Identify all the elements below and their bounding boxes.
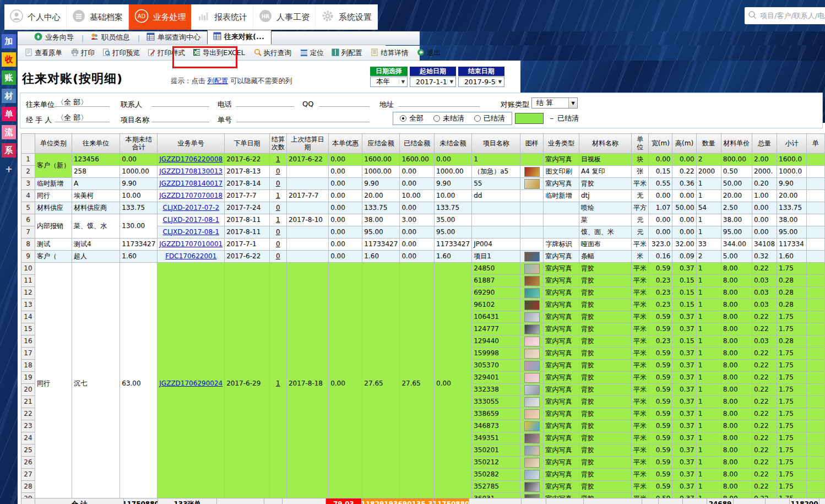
table-cell[interactable]: 室内写真 bbox=[544, 335, 579, 348]
column-header[interactable]: 结算次数 bbox=[269, 134, 286, 154]
table-cell[interactable] bbox=[520, 287, 544, 299]
table-cell[interactable]: 背胶 bbox=[579, 481, 631, 493]
table-cell[interactable]: 平米 bbox=[632, 287, 649, 299]
table-cell[interactable]: 0.03 bbox=[752, 275, 777, 287]
table-cell[interactable]: 1 bbox=[696, 348, 721, 360]
table-cell[interactable]: 33 bbox=[696, 239, 721, 251]
table-cell[interactable]: 1 bbox=[696, 372, 721, 384]
table-cell[interactable]: 平米 bbox=[632, 493, 649, 498]
table-row[interactable]: 4同行埃美柯10.00JGZZD17070700182017-7-712017-… bbox=[21, 190, 825, 202]
thumbnail-image[interactable] bbox=[524, 300, 540, 310]
table-cell[interactable]: 13 bbox=[21, 299, 35, 311]
table-cell[interactable]: 0.22 bbox=[752, 469, 777, 481]
table-cell[interactable] bbox=[806, 360, 824, 372]
table-cell[interactable]: 0.22 bbox=[752, 396, 777, 408]
table-cell[interactable]: 室内写真 bbox=[544, 251, 579, 263]
view-original-button[interactable]: 查看原单 bbox=[21, 47, 66, 59]
table-cell[interactable]: 背胶 bbox=[579, 299, 631, 311]
table-cell[interactable]: 1 bbox=[696, 457, 721, 469]
table-cell[interactable]: 0.59 bbox=[649, 323, 672, 335]
table-cell[interactable]: 0.59 bbox=[649, 408, 672, 420]
table-cell[interactable]: 0.00 bbox=[329, 166, 362, 178]
table-cell[interactable]: 0.37 bbox=[672, 457, 696, 469]
table-cell[interactable]: 8 bbox=[21, 239, 35, 251]
table-cell[interactable]: 背胶 bbox=[579, 372, 631, 384]
table-cell[interactable]: 背胶 bbox=[579, 396, 631, 408]
table-cell[interactable]: 26 bbox=[21, 457, 35, 469]
table-cell[interactable]: 0.03 bbox=[752, 287, 777, 299]
table-cell[interactable]: 平米 bbox=[632, 239, 649, 251]
table-cell[interactable]: 61887 bbox=[472, 275, 520, 287]
radio-unsettled[interactable]: 未结清 bbox=[433, 113, 464, 123]
table-cell[interactable]: 0.22 bbox=[752, 311, 777, 323]
table-cell[interactable]: 0.37 bbox=[672, 493, 696, 498]
table-cell[interactable]: 1000.0 bbox=[777, 166, 807, 178]
table-cell[interactable]: 0.22 bbox=[752, 323, 777, 335]
table-cell[interactable] bbox=[520, 263, 544, 275]
table-cell[interactable]: 0.55 bbox=[649, 178, 672, 190]
thumbnail-image[interactable] bbox=[524, 397, 540, 407]
table-cell[interactable]: 129440 bbox=[472, 335, 520, 348]
table-cell[interactable]: 0.00 bbox=[329, 251, 362, 263]
column-header[interactable]: 总量 bbox=[752, 134, 777, 154]
table-cell[interactable]: 1 bbox=[696, 299, 721, 311]
table-cell[interactable]: 1 bbox=[696, 360, 721, 372]
table-cell[interactable]: 20.00 bbox=[721, 190, 752, 202]
table-cell[interactable]: 平米 bbox=[632, 323, 649, 335]
thumbnail-image[interactable] bbox=[524, 482, 540, 492]
table-cell[interactable]: 0.37 bbox=[672, 311, 696, 323]
table-cell[interactable]: 条幅 bbox=[579, 251, 631, 263]
table-cell[interactable]: 0.00 bbox=[752, 202, 777, 214]
table-cell[interactable]: 2017-6-22 bbox=[286, 154, 328, 166]
table-row[interactable]: 10同行沉七63.00JGZZD17062900242017-6-2912017… bbox=[21, 263, 825, 275]
sidebar-item-＋[interactable]: ＋ bbox=[2, 161, 16, 176]
unit-filter-input[interactable]: 〈全 部〉 bbox=[55, 97, 110, 107]
table-cell[interactable]: 室内写真 bbox=[544, 323, 579, 335]
table-cell[interactable]: 8.00 bbox=[721, 445, 752, 457]
start-date-dropdown[interactable]: 2017-1-1▼ bbox=[410, 77, 456, 87]
thumbnail-image[interactable] bbox=[524, 446, 540, 456]
column-header[interactable]: 本期未结合计 bbox=[120, 134, 158, 154]
table-cell[interactable]: 0.59 bbox=[649, 481, 672, 493]
table-cell[interactable]: 2017-6-22 bbox=[225, 251, 269, 263]
order-link[interactable]: JGZZD1707070018 bbox=[159, 192, 222, 199]
table-cell[interactable]: A bbox=[72, 178, 120, 190]
table-cell[interactable]: 96102 bbox=[472, 299, 520, 311]
table-cell[interactable]: 0.22 bbox=[752, 372, 777, 384]
table-cell[interactable]: 54 bbox=[696, 202, 721, 214]
table-cell[interactable]: 2017-8-10 bbox=[286, 214, 328, 226]
table-cell[interactable]: 8.00 bbox=[721, 360, 752, 372]
table-cell[interactable] bbox=[520, 432, 544, 445]
column-config-button[interactable]: 列配置 bbox=[328, 47, 366, 59]
table-cell[interactable]: 8.00 bbox=[721, 384, 752, 396]
column-header[interactable]: 业务单号 bbox=[158, 134, 225, 154]
table-cell[interactable]: 95.00 bbox=[435, 226, 472, 239]
table-cell[interactable]: 1.75 bbox=[777, 493, 807, 498]
end-date-dropdown[interactable]: 2017-9-5▼ bbox=[458, 77, 504, 87]
table-cell[interactable]: 1 bbox=[696, 323, 721, 335]
table-cell[interactable]: 1 bbox=[696, 263, 721, 275]
table-cell[interactable]: 0.59 bbox=[649, 396, 672, 408]
table-cell[interactable]: 1000.00 bbox=[120, 166, 158, 178]
table-cell[interactable] bbox=[806, 311, 824, 323]
table-cell[interactable]: 室内写真 bbox=[544, 299, 579, 311]
table-cell[interactable]: 0.00 bbox=[752, 214, 777, 226]
table-cell[interactable]: 6 bbox=[21, 214, 35, 226]
table-cell[interactable]: 8.00 bbox=[721, 432, 752, 445]
table-cell[interactable]: 0.37 bbox=[672, 372, 696, 384]
table-cell[interactable]: 11733427 bbox=[362, 239, 400, 251]
table-cell[interactable]: 0.59 bbox=[649, 311, 672, 323]
global-search-input[interactable]: 项目/客户/联系人/电话 bbox=[745, 7, 825, 24]
table-cell[interactable]: 4 bbox=[21, 190, 35, 202]
table-cell[interactable]: 20 bbox=[21, 384, 35, 396]
table-cell[interactable]: 临时新增 bbox=[544, 190, 579, 202]
table-cell[interactable]: 0.00 bbox=[672, 154, 696, 166]
table-cell[interactable]: JGZZD1707070018 bbox=[158, 190, 225, 202]
table-cell[interactable]: 张 bbox=[632, 166, 649, 178]
table-cell[interactable] bbox=[806, 287, 824, 299]
table-cell[interactable]: JGZZD1708130013 bbox=[158, 166, 225, 178]
table-cell[interactable] bbox=[806, 214, 824, 226]
table-row[interactable]: 22581000.00JGZZD17081300132017-8-1300.00… bbox=[21, 166, 825, 178]
table-cell[interactable]: 117334 bbox=[777, 239, 807, 251]
order-link[interactable]: JGZZD1708140017 bbox=[159, 180, 222, 187]
